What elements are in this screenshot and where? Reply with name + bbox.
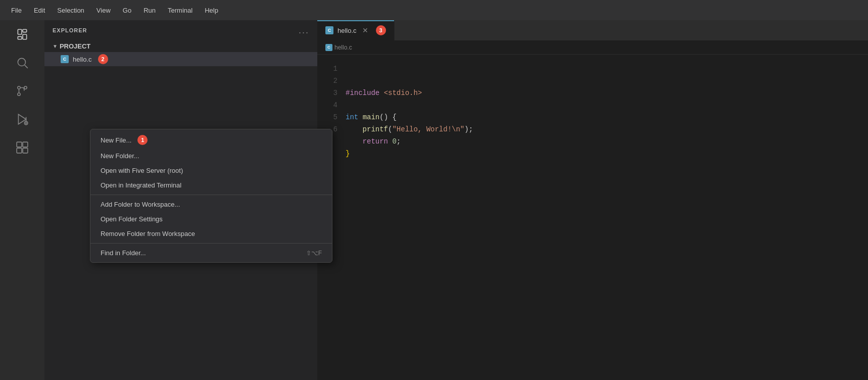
context-section-1: New File... 1 New Folder... Open with Fi… — [90, 129, 332, 195]
svg-rect-2 — [23, 34, 27, 39]
activity-extensions[interactable] — [12, 137, 32, 158]
activity-source-control[interactable] — [12, 81, 32, 101]
code-line-1: #include <stdio.h> — [346, 87, 868, 99]
context-find-shortcut: ⇧⌥F — [306, 250, 322, 257]
code-line-2 — [346, 99, 868, 111]
activity-bar — [0, 20, 44, 380]
tab-hello-c[interactable]: C hello.c ✕ 3 — [317, 20, 395, 40]
code-content: #include <stdio.h> int main() { printf("… — [346, 63, 868, 372]
context-folder-settings[interactable]: Open Folder Settings — [90, 212, 332, 226]
svg-line-5 — [25, 65, 28, 68]
menu-terminal[interactable]: Terminal — [163, 5, 198, 16]
svg-point-6 — [18, 86, 20, 89]
sidebar: EXPLORER ... ▼ PROJECT C hello.c 2 New F… — [44, 20, 317, 380]
menu-help[interactable]: Help — [200, 5, 223, 16]
context-remove-folder-label: Remove Folder from Workspace — [101, 230, 195, 238]
file-item-hello-c[interactable]: C hello.c 2 — [44, 52, 317, 66]
tab-filename: hello.c — [337, 27, 357, 34]
project-header[interactable]: ▼ PROJECT — [44, 40, 317, 52]
file-badge-2: 2 — [98, 54, 108, 64]
menu-view[interactable]: View — [91, 5, 116, 16]
code-line-5: return 0; — [346, 135, 868, 148]
sidebar-header: EXPLORER ... — [44, 20, 317, 40]
breadcrumb: C hello.c — [325, 44, 352, 51]
menubar: File Edit Selection View Go Run Terminal… — [0, 0, 868, 20]
tab-bar: C hello.c ✕ 3 — [317, 20, 868, 40]
svg-point-7 — [18, 93, 20, 96]
activity-search[interactable] — [12, 53, 32, 73]
context-remove-folder[interactable]: Remove Folder from Workspace — [90, 226, 332, 241]
breadcrumb-bar: C hello.c — [317, 40, 868, 55]
context-menu: New File... 1 New Folder... Open with Fi… — [90, 129, 332, 263]
filename-label: hello.c — [73, 56, 92, 63]
svg-point-8 — [24, 86, 27, 89]
breadcrumb-filename: hello.c — [334, 44, 352, 51]
context-new-file-label: New File... — [101, 136, 131, 144]
menu-go[interactable]: Go — [118, 5, 136, 16]
c-file-icon: C — [61, 55, 69, 63]
breadcrumb-c-icon: C — [325, 44, 332, 51]
svg-rect-16 — [17, 148, 22, 153]
context-open-five-server[interactable]: Open with Five Server (root) — [90, 163, 332, 178]
context-add-folder[interactable]: Add Folder to Workspace... — [90, 197, 332, 212]
project-label: PROJECT — [60, 42, 90, 50]
svg-rect-3 — [18, 36, 22, 39]
svg-rect-14 — [17, 142, 22, 147]
svg-rect-17 — [23, 148, 28, 153]
code-editor: 1 2 3 4 5 6 #include <stdio.h> int main(… — [317, 55, 868, 380]
context-new-folder[interactable]: New Folder... — [90, 149, 332, 163]
main-layout: EXPLORER ... ▼ PROJECT C hello.c 2 New F… — [0, 20, 868, 380]
editor-area: C hello.c ✕ 3 C hello.c 1 2 3 4 5 6 #inc… — [317, 20, 868, 380]
code-line-3: int main() { — [346, 111, 868, 123]
context-section-3: Find in Folder... ⇧⌥F — [90, 243, 332, 262]
svg-rect-15 — [23, 142, 28, 147]
activity-explorer[interactable] — [12, 24, 32, 44]
context-add-folder-label: Add Folder to Workspace... — [101, 201, 180, 208]
context-new-file-badge: 1 — [137, 135, 148, 145]
svg-rect-0 — [18, 29, 22, 34]
svg-point-4 — [18, 58, 25, 66]
code-line-4: printf("Hello, World!\n"); — [346, 123, 868, 135]
context-find-in-folder[interactable]: Find in Folder... ⇧⌥F — [90, 246, 332, 260]
menu-file[interactable]: File — [6, 5, 27, 16]
context-open-terminal[interactable]: Open in Integrated Terminal — [90, 178, 332, 193]
context-new-folder-label: New Folder... — [101, 152, 139, 160]
menu-edit[interactable]: Edit — [29, 5, 50, 16]
context-open-five-server-label: Open with Five Server (root) — [101, 167, 183, 174]
code-line-6: } — [346, 148, 868, 160]
context-find-in-folder-label: Find in Folder... — [101, 249, 146, 257]
tab-badge-3: 3 — [376, 25, 386, 35]
context-open-terminal-label: Open in Integrated Terminal — [101, 181, 181, 189]
context-new-file[interactable]: New File... 1 — [90, 131, 332, 149]
context-section-2: Add Folder to Workspace... Open Folder S… — [90, 195, 332, 243]
svg-rect-1 — [23, 29, 27, 32]
activity-run[interactable] — [12, 109, 32, 129]
project-chevron: ▼ — [53, 43, 58, 49]
tab-c-icon: C — [325, 26, 333, 34]
menu-selection[interactable]: Selection — [52, 5, 89, 16]
context-folder-settings-label: Open Folder Settings — [101, 215, 163, 223]
sidebar-more-button[interactable]: ... — [299, 25, 309, 36]
menu-run[interactable]: Run — [138, 5, 161, 16]
sidebar-title: EXPLORER — [53, 27, 87, 33]
tab-close-button[interactable]: ✕ — [361, 26, 370, 35]
svg-marker-9 — [18, 114, 26, 124]
